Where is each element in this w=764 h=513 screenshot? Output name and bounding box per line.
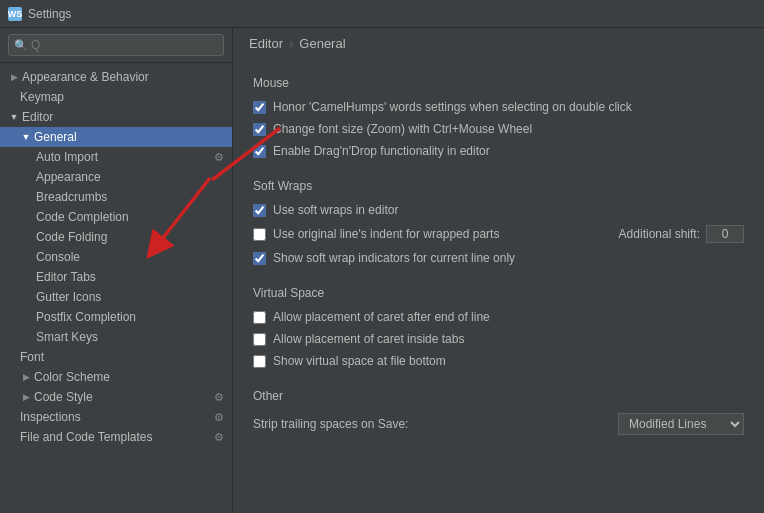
tree-arrow-icon: ▶ bbox=[20, 371, 32, 383]
checkbox-virtual-space: Show virtual space at file bottom bbox=[253, 354, 744, 368]
sidebar-item-appearance[interactable]: Appearance bbox=[0, 167, 232, 187]
breadcrumb: Editor › General bbox=[233, 28, 764, 60]
nav-tree: ▶ Appearance & Behavior Keymap ▼ Editor … bbox=[0, 63, 232, 513]
breadcrumb-separator: › bbox=[289, 36, 293, 51]
sidebar-item-postfix-completion[interactable]: Postfix Completion bbox=[0, 307, 232, 327]
sidebar-item-code-folding[interactable]: Code Folding bbox=[0, 227, 232, 247]
checkbox-original-indent-label: Use original line's indent for wrapped p… bbox=[273, 227, 499, 241]
checkbox-caret-tabs-label: Allow placement of caret inside tabs bbox=[273, 332, 464, 346]
checkbox-virtual-space-label: Show virtual space at file bottom bbox=[273, 354, 446, 368]
checkbox-use-soft-wraps-label: Use soft wraps in editor bbox=[273, 203, 398, 217]
settings-content: Mouse Honor 'CamelHumps' words settings … bbox=[233, 60, 764, 513]
sidebar-item-label: Smart Keys bbox=[36, 330, 224, 344]
tree-arrow-icon: ▶ bbox=[8, 71, 20, 83]
sidebar-item-gutter-icons[interactable]: Gutter Icons bbox=[0, 287, 232, 307]
sidebar-item-code-completion[interactable]: Code Completion bbox=[0, 207, 232, 227]
checkbox-use-soft-wraps-input[interactable] bbox=[253, 204, 266, 217]
sidebar-item-label: General bbox=[34, 130, 224, 144]
checkbox-original-indent: Use original line's indent for wrapped p… bbox=[253, 225, 744, 243]
sidebar-item-label: Editor bbox=[22, 110, 224, 124]
sidebar-item-label: Code Folding bbox=[36, 230, 224, 244]
sidebar-item-font[interactable]: Font bbox=[0, 347, 232, 367]
checkbox-drag-drop-label: Enable Drag'n'Drop functionality in edit… bbox=[273, 144, 490, 158]
sidebar-item-editor[interactable]: ▼ Editor bbox=[0, 107, 232, 127]
checkbox-soft-wrap-indicators: Show soft wrap indicators for current li… bbox=[253, 251, 744, 265]
sidebar-item-code-style[interactable]: ▶ Code Style ⚙ bbox=[0, 387, 232, 407]
search-box: 🔍 bbox=[0, 28, 232, 63]
sidebar-item-label: Appearance bbox=[36, 170, 224, 184]
sidebar-item-label: Auto Import bbox=[36, 150, 210, 164]
sidebar-item-label: Editor Tabs bbox=[36, 270, 224, 284]
sidebar-item-appearance-behavior[interactable]: ▶ Appearance & Behavior bbox=[0, 67, 232, 87]
app-icon: WS bbox=[8, 7, 22, 21]
sidebar-item-general[interactable]: ▼ General bbox=[0, 127, 232, 147]
sidebar-item-label: Font bbox=[20, 350, 224, 364]
checkbox-change-font: Change font size (Zoom) with Ctrl+Mouse … bbox=[253, 122, 744, 136]
settings-icon: ⚙ bbox=[214, 151, 224, 164]
settings-icon: ⚙ bbox=[214, 431, 224, 444]
section-soft-wraps: Soft Wraps bbox=[253, 179, 744, 193]
sidebar-item-label: Code Style bbox=[34, 390, 210, 404]
checkbox-soft-wrap-indicators-label: Show soft wrap indicators for current li… bbox=[273, 251, 515, 265]
sidebar-item-label: Gutter Icons bbox=[36, 290, 224, 304]
sidebar-item-console[interactable]: Console bbox=[0, 247, 232, 267]
divider-virtual-other bbox=[253, 378, 744, 379]
checkbox-honor-camel: Honor 'CamelHumps' words settings when s… bbox=[253, 100, 744, 114]
checkbox-soft-wrap-indicators-input[interactable] bbox=[253, 252, 266, 265]
sidebar-item-color-scheme[interactable]: ▶ Color Scheme bbox=[0, 367, 232, 387]
checkbox-caret-tabs-input[interactable] bbox=[253, 333, 266, 346]
checkbox-drag-drop: Enable Drag'n'Drop functionality in edit… bbox=[253, 144, 744, 158]
sidebar-item-label: Keymap bbox=[20, 90, 224, 104]
checkbox-change-font-label: Change font size (Zoom) with Ctrl+Mouse … bbox=[273, 122, 532, 136]
sidebar-item-breadcrumbs[interactable]: Breadcrumbs bbox=[0, 187, 232, 207]
divider-softwrap-virtual bbox=[253, 275, 744, 276]
search-icon: 🔍 bbox=[14, 39, 28, 52]
sidebar-item-keymap[interactable]: Keymap bbox=[0, 87, 232, 107]
additional-shift-input[interactable] bbox=[706, 225, 744, 243]
section-virtual-space: Virtual Space bbox=[253, 286, 744, 300]
checkbox-caret-end: Allow placement of caret after end of li… bbox=[253, 310, 744, 324]
tree-arrow-icon: ▶ bbox=[20, 391, 32, 403]
title-bar: WS Settings bbox=[0, 0, 764, 28]
section-other: Other bbox=[253, 389, 744, 403]
additional-shift-label: Additional shift: bbox=[603, 227, 700, 241]
sidebar-item-label: Code Completion bbox=[36, 210, 224, 224]
checkbox-caret-end-input[interactable] bbox=[253, 311, 266, 324]
sidebar-item-file-code-templates[interactable]: File and Code Templates ⚙ bbox=[0, 427, 232, 447]
checkbox-honor-camel-label: Honor 'CamelHumps' words settings when s… bbox=[273, 100, 632, 114]
settings-icon: ⚙ bbox=[214, 411, 224, 424]
checkbox-original-indent-input[interactable] bbox=[253, 228, 266, 241]
sidebar-item-label: Color Scheme bbox=[34, 370, 224, 384]
checkbox-caret-tabs: Allow placement of caret inside tabs bbox=[253, 332, 744, 346]
strip-trailing-label: Strip trailing spaces on Save: bbox=[253, 417, 408, 431]
breadcrumb-current: General bbox=[299, 36, 345, 51]
sidebar-item-label: Breadcrumbs bbox=[36, 190, 224, 204]
sidebar-item-label: Appearance & Behavior bbox=[22, 70, 224, 84]
sidebar-item-label: Postfix Completion bbox=[36, 310, 224, 324]
checkbox-change-font-input[interactable] bbox=[253, 123, 266, 136]
sidebar-item-label: Inspections bbox=[20, 410, 210, 424]
sidebar-item-inspections[interactable]: Inspections ⚙ bbox=[0, 407, 232, 427]
sidebar: 🔍 ▶ Appearance & Behavior Keymap ▼ Edito… bbox=[0, 28, 233, 513]
sidebar-item-label: Console bbox=[36, 250, 224, 264]
checkbox-drag-drop-input[interactable] bbox=[253, 145, 266, 158]
sidebar-item-label: File and Code Templates bbox=[20, 430, 210, 444]
row-strip-trailing: Strip trailing spaces on Save: Modified … bbox=[253, 413, 744, 435]
sidebar-item-smart-keys[interactable]: Smart Keys bbox=[0, 327, 232, 347]
section-mouse: Mouse bbox=[253, 76, 744, 90]
checkbox-caret-end-label: Allow placement of caret after end of li… bbox=[273, 310, 490, 324]
divider-mouse-softwrap bbox=[253, 168, 744, 169]
search-input[interactable] bbox=[8, 34, 224, 56]
strip-trailing-dropdown[interactable]: Modified Lines All None bbox=[618, 413, 744, 435]
tree-arrow-icon: ▼ bbox=[20, 131, 32, 143]
right-panel: Editor › General Mouse Honor 'CamelHumps… bbox=[233, 28, 764, 513]
tree-arrow-icon: ▼ bbox=[8, 111, 20, 123]
breadcrumb-parent: Editor bbox=[249, 36, 283, 51]
sidebar-item-editor-tabs[interactable]: Editor Tabs bbox=[0, 267, 232, 287]
checkbox-virtual-space-input[interactable] bbox=[253, 355, 266, 368]
settings-icon: ⚙ bbox=[214, 391, 224, 404]
checkbox-use-soft-wraps: Use soft wraps in editor bbox=[253, 203, 744, 217]
sidebar-item-auto-import[interactable]: Auto Import ⚙ bbox=[0, 147, 232, 167]
checkbox-honor-camel-input[interactable] bbox=[253, 101, 266, 114]
title-bar-text: Settings bbox=[28, 7, 71, 21]
